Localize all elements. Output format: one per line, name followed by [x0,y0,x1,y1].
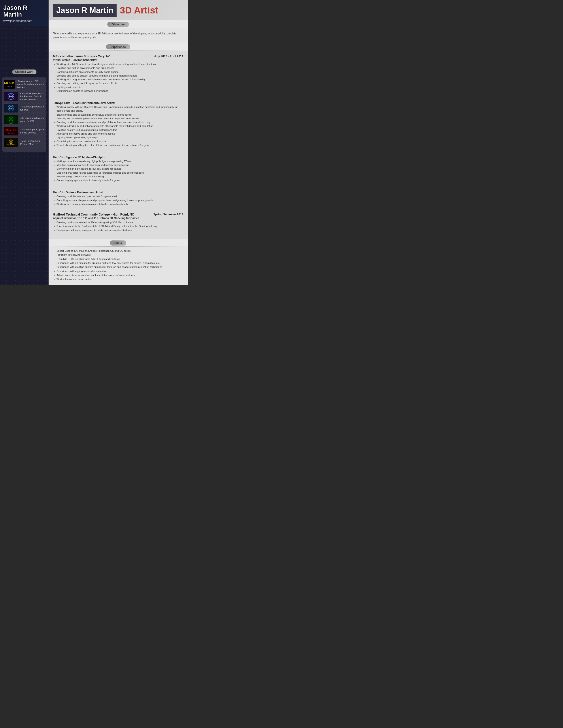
tabapp-elite-logo: TabApp ELITE [4,92,18,101]
header-title-block: 3D Artist [117,3,161,17]
bullet-item: Optimizing art assets to increase perfor… [53,89,183,93]
list-item: DEXTER THE GAME - Mobile App for Apple m… [4,127,45,135]
exp-bullets-guilford: Creating curriculum related to 3D modeli… [53,221,183,232]
sidebar-header: Jason R Martin www.jasonrmartin.com [0,0,49,26]
objective-section: To lend my skills and experience as a 3D… [49,28,188,43]
credited-desc: - Broswer-based 3D stores for web and mo… [17,80,45,89]
bullet-item: Working with designers to maintain estab… [53,202,183,206]
tabapp-logo: TabApp [4,104,18,113]
exp-entry-heroclix-online: HeroClix Online - Environment Artist: Cr… [53,187,183,208]
svg-text:DEXTER: DEXTER [5,128,18,131]
experience-divider [49,50,188,51]
header-title: 3D Artist [120,5,158,15]
bullet-item: Working closely with Art Director, Desig… [53,105,183,113]
exp-entry-tabapp: TabApp Elite - Lead Environment\Level Ar… [53,98,183,149]
exp-date-guilford: Spring Semester 2013 [153,213,183,216]
bullet-item: Converting high-poly sculpts to low-poly… [53,167,183,171]
bullet-item: Creating custom textures and editing mat… [53,128,183,132]
sub-role-heroclix-online: HeroClix Online - Environment Artist: [53,191,183,194]
exp-bullets-heroclix-online: Creating modular sets and prop assets fo… [53,195,183,206]
sidebar: Jason R Martin www.jasonrmartin.com Cred… [0,0,49,285]
fallen-earth-svg: FALLEN EARTH [4,138,18,147]
tabapp-svg: TabApp [4,104,18,112]
bullet-item: Modeling character figures according to … [53,171,183,175]
fallen-earth-logo: FALLEN EARTH [4,138,18,147]
bullet-item: Troubleshooting and bug fixes for all le… [53,143,183,147]
bullet-item: Creating modular environment assets and … [53,120,183,124]
bullet-item: Brainstorming and establishing conceptua… [53,113,183,117]
list-item: TabApp - Mobile App available for iPad [4,104,45,113]
mock-logo: MOCK .com [4,80,15,89]
skills-bullets: Expert User of 3DS Max and Adobe Photosh… [53,249,183,281]
exp-entry-mfv: MFV.com dba Icarus Studios - Cary, NC Ju… [53,53,183,95]
bullet-item: Working individually and collaborating w… [53,124,183,128]
svg-text:TabApp: TabApp [8,96,14,98]
dexter-svg: DEXTER THE GAME [4,127,18,135]
bullet-item: Compiling 3D store environments in Unity… [53,70,183,74]
bullet-item: Experience with creating custom bitmaps … [53,265,183,269]
credited-desc: - An online multiplayer game for PC [20,116,45,123]
list-item: HEROCLIX ONLINE - An online multiplayer … [4,115,45,124]
bullet-item: Modifing sculpts according to licensing … [53,163,183,167]
dexter-logo: DEXTER THE GAME [4,127,18,135]
svg-text:ONLINE: ONLINE [9,123,13,124]
credited-desc: - Mobile App available for iPad [20,105,45,111]
sidebar-name: Jason R Martin [3,4,45,18]
exp-entry-heroclix-figures: HeroClix Figures- 3D Modeler\Sculptor: M… [53,152,183,184]
header-name-block: Jason R Martin [53,4,117,17]
bullet-item: Compiling modular tile pieces and props … [53,199,183,202]
bullet-item: Creating and editing environments and pr… [53,66,183,70]
bullet-item: Lighting levels- generating lightmaps [53,136,183,139]
bullet-item: Making corrections to existing high-poly… [53,159,183,163]
heroclix-svg: HEROCLIX ONLINE [4,115,18,124]
bullet-item: Animating interactive props and environm… [53,132,183,136]
bullet-item: Preparing high-poly sculpts for 3D print… [53,175,183,178]
list-item: TabApp ELITE - Mobile App available for … [4,92,45,101]
objective-divider [49,28,188,28]
skills-section: Expert User of 3DS Max and Adobe Photosh… [49,247,188,285]
heroclix-logo: HEROCLIX ONLINE [4,115,18,124]
bullet-item: Proficient in following software: Unity3… [53,253,183,261]
svg-point-11 [10,118,12,120]
exp-bullets-mfv: Working with Art Director to achieve des… [53,62,183,93]
bullet-item: Adapt quickly to new workflow implementa… [53,273,183,277]
exp-header-guilford: Guilford Technical Community College - H… [53,213,183,216]
exp-entry-guilford: Guilford Technical Community College - H… [53,211,183,234]
svg-point-19 [10,141,12,143]
exp-company-guilford: Guilford Technical Community College - H… [53,213,134,216]
objective-section-label-container: Objective [49,22,188,27]
exp-bullets-tabapp: Working closely with Art Director, Desig… [53,105,183,147]
bullet-item: Experience with art pipeline for creatin… [53,261,183,265]
bullet-item: Advising and supervising work of contrac… [53,117,183,120]
bullet-item: Expert User of 3DS Max and Adobe Photosh… [53,249,183,253]
experience-section: MFV.com dba Icarus Studios - Cary, NC Ju… [49,51,188,239]
exp-company-mfv: MFV.com dba Icarus Studios - Cary, NC [53,54,111,58]
bullet-item: Creating and editing custom textures and… [53,74,183,78]
sub-role-heroclix-figures: HeroClix Figures- 3D Modeler\Sculptor: [53,156,183,159]
svg-text:FALLEN EARTH: FALLEN EARTH [7,144,15,145]
skills-section-label-container: Skills [49,240,188,246]
bullet-item: Lighting environments [53,85,183,89]
svg-text:TabApp: TabApp [8,108,14,109]
exp-date-mfv: July 2007 - April 2014 [154,54,183,58]
bullet-item: Designing challenging assignments, tests… [53,228,183,232]
bullet-item: Working with Art Director to achieve des… [53,62,183,66]
exp-header-mfv: MFV.com dba Icarus Studios - Cary, NC Ju… [53,54,183,58]
sub-role-tabapp: TabApp Elite - Lead Environment\Level Ar… [53,101,183,105]
credited-work-badge: Credited Work [12,69,36,74]
experience-section-label-container: Experience [49,44,188,49]
header-area: Jason R Martin 3D Artist [49,0,188,20]
bullet-item: Creating curriculum related to 3D modeli… [53,221,183,224]
tabapp-elite-svg: TabApp ELITE [4,92,18,101]
credited-work-label-container: Credited Work [2,69,46,77]
objective-section-label: Objective [107,22,129,27]
header-name: Jason R Martin [56,6,113,15]
bullet-item: Converting high-poly sculpts to low-poly… [53,178,183,182]
bullet-item: Creating and editing particle systems fo… [53,81,183,85]
bullet-item: Creating modular sets and prop assets fo… [53,195,183,198]
credited-desc: - Mobile App available for iPad and Andr… [20,92,45,101]
list-item: FALLEN EARTH - MMO available for PC and … [4,138,45,147]
experience-section-label: Experience [106,44,130,49]
main-content: Jason R Martin 3D Artist Objective To le… [49,0,188,285]
skills-divider [49,246,188,247]
